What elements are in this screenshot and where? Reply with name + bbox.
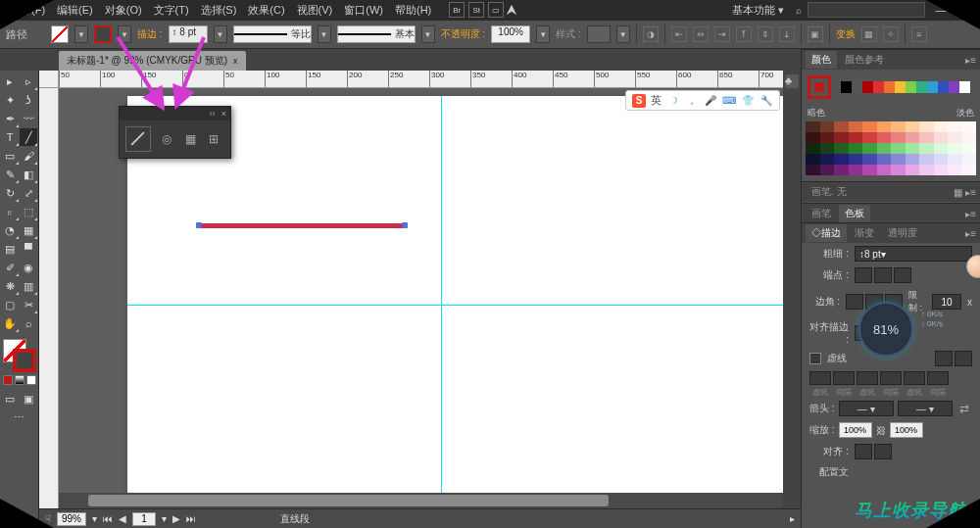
swatch[interactable] — [962, 132, 977, 143]
tab-stroke[interactable]: ◇描边 — [806, 224, 847, 242]
zoom-dropdown-icon[interactable]: ▾ — [92, 513, 97, 524]
moon-icon[interactable]: ☽ — [666, 94, 680, 108]
scrollbar-horizontal[interactable] — [59, 493, 785, 508]
swatch[interactable] — [948, 121, 962, 132]
keyboard-icon[interactable]: ⌨ — [722, 94, 736, 108]
paintbrush-tool[interactable]: 🖌 — [20, 147, 37, 165]
swatch[interactable] — [834, 143, 849, 154]
swatch[interactable] — [948, 165, 962, 175]
color-mode-solid[interactable] — [3, 375, 13, 385]
swatch[interactable] — [849, 143, 863, 154]
color-mode-gradient[interactable] — [15, 375, 24, 385]
stroke-dropdown-icon[interactable]: ▼ — [118, 25, 131, 43]
tab-close-icon[interactable]: x — [233, 56, 238, 66]
align-left-icon[interactable]: ⇤ — [671, 26, 687, 42]
swatch[interactable] — [906, 154, 920, 165]
tab-brush[interactable]: 画笔. 无 — [806, 183, 853, 201]
panel-close-icon[interactable]: × — [221, 109, 226, 119]
color-well[interactable] — [808, 75, 831, 99]
pen-tool[interactable]: ✒ — [1, 110, 19, 127]
stroke-weight-stepper-icon[interactable]: ▼ — [214, 25, 227, 43]
swatch[interactable] — [906, 132, 920, 143]
document-tab[interactable]: 未标题-1* @ 99% (CMYK/GPU 预览) x — [59, 51, 246, 71]
magic-wand-tool[interactable]: ✦ — [1, 91, 19, 109]
recolor-icon[interactable]: ◑ — [643, 26, 659, 42]
guide-vertical[interactable] — [441, 96, 442, 493]
swatch[interactable] — [891, 154, 906, 165]
shape-mode-icon[interactable]: ▣ — [808, 26, 823, 42]
opacity-dropdown-icon[interactable]: ▼ — [536, 25, 550, 43]
swatch[interactable] — [919, 154, 934, 165]
swatch[interactable] — [891, 165, 906, 175]
color-harmony-bar[interactable] — [841, 81, 970, 93]
swatch[interactable] — [962, 165, 977, 175]
edit-toolbar-icon[interactable]: ⋯ — [11, 408, 28, 426]
scale-tool[interactable]: ⤢ — [20, 184, 37, 202]
gap-3[interactable] — [927, 371, 949, 385]
cap-round[interactable] — [874, 267, 892, 283]
shaper-tool[interactable]: ✎ — [1, 166, 19, 183]
menu-type[interactable]: 文字(T) — [148, 1, 195, 20]
artboard-prev-first-icon[interactable]: ⏮ — [103, 513, 113, 524]
stroke-swatch[interactable] — [94, 25, 112, 43]
arrow-align-tip[interactable] — [855, 444, 872, 459]
arrange-icon[interactable]: ▭ — [488, 2, 504, 18]
opacity-field[interactable]: 100% — [491, 25, 530, 43]
swatch-grid[interactable] — [802, 121, 980, 181]
panel-menu-icon[interactable]: ≡ — [911, 26, 927, 42]
tab-brushes2[interactable]: 画笔 — [806, 205, 837, 222]
swatch[interactable] — [919, 143, 934, 154]
dash-align[interactable] — [955, 351, 972, 366]
link-icon[interactable]: ⛓ — [876, 425, 886, 436]
artboard-next-last-icon[interactable]: ⏭ — [186, 513, 196, 524]
stroke-weight-input[interactable]: ↕ 8 pt ▾ — [855, 246, 972, 262]
spiral-icon[interactable]: ◎ — [159, 131, 174, 147]
swatch[interactable] — [934, 132, 949, 143]
graphic-style-swatch[interactable] — [587, 25, 611, 43]
cap-square[interactable] — [894, 267, 911, 283]
dash-2[interactable] — [857, 371, 878, 385]
path-line[interactable] — [199, 223, 405, 228]
perspective-grid-tool[interactable]: ▦ — [20, 221, 37, 239]
line-segment-tool[interactable]: ╱ — [20, 128, 37, 146]
swatch[interactable] — [820, 143, 835, 154]
arrow-scale-end[interactable] — [890, 422, 923, 438]
arrow-scale-start[interactable] — [839, 422, 872, 438]
star-grid-icon[interactable]: ⊞ — [206, 131, 221, 147]
swatch[interactable] — [877, 121, 892, 132]
align-bottom-icon[interactable]: ⤓ — [779, 26, 795, 42]
isolate-icon[interactable]: ✧ — [883, 26, 899, 42]
artboard-tool[interactable]: ▢ — [1, 296, 19, 313]
swatch[interactable] — [877, 132, 892, 143]
swatch[interactable] — [962, 143, 977, 154]
swatch[interactable] — [948, 143, 962, 154]
swatch[interactable] — [919, 132, 934, 143]
mesh-tool[interactable]: ▤ — [1, 240, 19, 258]
dash-preserve[interactable] — [935, 351, 953, 366]
arrow-align-path[interactable] — [874, 444, 892, 459]
swatch[interactable] — [948, 132, 962, 143]
swatch[interactable] — [806, 165, 820, 175]
dash-3[interactable] — [904, 371, 925, 385]
swatch[interactable] — [891, 121, 906, 132]
system-gauge[interactable]: 81% — [858, 302, 913, 357]
brush-stroke-preview[interactable] — [125, 126, 151, 152]
swatch[interactable] — [919, 121, 934, 132]
swatch[interactable] — [820, 165, 835, 175]
menu-object[interactable]: 对象(O) — [99, 1, 148, 20]
eyedropper-tool[interactable]: ✐ — [1, 259, 19, 276]
swatch[interactable] — [891, 143, 906, 154]
corner-miter[interactable] — [846, 294, 863, 310]
graphic-style-dropdown-icon[interactable]: ▼ — [616, 25, 630, 43]
brush-dropdown-icon[interactable]: ▼ — [421, 25, 435, 43]
swatch[interactable] — [948, 154, 962, 165]
hand-tool[interactable]: ✋ — [1, 314, 19, 332]
tab-color-guide[interactable]: 颜色参考 — [839, 51, 890, 69]
ime-lang-toggle[interactable]: 英 — [651, 93, 662, 108]
swatch[interactable] — [862, 132, 877, 143]
menu-window[interactable]: 窗口(W) — [338, 1, 389, 20]
swatch[interactable] — [906, 165, 920, 175]
swatch[interactable] — [820, 154, 835, 165]
horizontal-ruler[interactable]: 5010015005010015020025030035040045050055… — [59, 71, 801, 88]
menu-edit[interactable]: 编辑(E) — [51, 1, 99, 20]
